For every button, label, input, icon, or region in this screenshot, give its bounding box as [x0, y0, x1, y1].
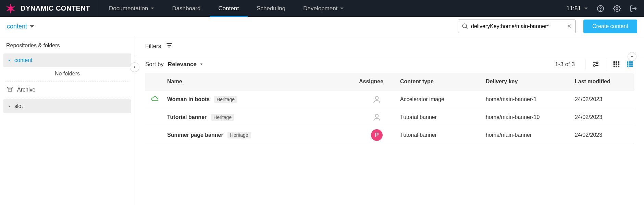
svg-rect-30	[629, 61, 633, 62]
nav-dashboard[interactable]: Dashboard	[163, 0, 209, 17]
filters-label: Filters	[145, 43, 161, 50]
table-row[interactable]: Woman in boots Heritage Accelerator imag…	[145, 91, 634, 108]
col-assignee: Assignee	[356, 79, 397, 85]
help-icon[interactable]	[597, 5, 604, 12]
chevron-down-icon	[30, 25, 34, 28]
cell-last-modified: 24/02/2023	[572, 114, 634, 120]
assignee-placeholder-icon	[372, 94, 382, 105]
logout-icon[interactable]	[630, 5, 637, 12]
sidebar-divider	[5, 98, 129, 98]
cell-last-modified: 24/02/2023	[572, 132, 634, 138]
app-logo-icon	[5, 3, 16, 14]
content-body: Name Assignee Content type Delivery key …	[135, 73, 644, 144]
filters-bar: Filters	[135, 36, 644, 56]
filters-expand-button[interactable]	[628, 52, 636, 61]
svg-rect-32	[629, 63, 633, 64]
filter-icon[interactable]	[166, 42, 173, 50]
search-icon	[461, 23, 468, 31]
tag-chip: Heritage	[211, 114, 234, 121]
top-nav: Documentation Dashboard Content Scheduli…	[97, 0, 352, 17]
svg-point-35	[375, 96, 379, 99]
cell-delivery-key: home/main-banner-10	[483, 114, 572, 120]
nav-development[interactable]: Development	[294, 0, 352, 17]
svg-rect-28	[618, 65, 620, 67]
svg-rect-27	[616, 65, 617, 67]
svg-marker-15	[200, 64, 202, 65]
svg-point-5	[462, 24, 467, 28]
nav-documentation[interactable]: Documentation	[100, 0, 163, 17]
search-input[interactable]	[471, 23, 564, 29]
svg-rect-34	[629, 65, 633, 67]
sidebar-item-content[interactable]: content	[3, 53, 131, 67]
clock[interactable]: 11:51	[566, 5, 588, 12]
col-name: Name	[164, 79, 356, 85]
divider	[606, 60, 606, 69]
sidebar-no-folders: No folders	[3, 67, 131, 80]
svg-rect-12	[167, 43, 172, 44]
tag-chip: Heritage	[227, 132, 251, 138]
svg-rect-33	[627, 65, 628, 67]
nav-documentation-label: Documentation	[109, 5, 148, 12]
svg-point-36	[375, 114, 379, 117]
archive-icon	[7, 86, 13, 94]
gear-icon[interactable]	[613, 5, 621, 12]
search-box[interactable]	[458, 20, 576, 33]
content-table: Name Assignee Content type Delivery key …	[145, 73, 634, 144]
grid-view-icon[interactable]	[612, 60, 620, 69]
svg-point-19	[594, 64, 595, 66]
svg-point-2	[600, 10, 600, 10]
svg-rect-22	[618, 61, 620, 63]
settings-sliders-icon[interactable]	[592, 60, 600, 69]
sidebar-item-archive[interactable]: Archive	[3, 83, 131, 96]
sidebar-divider	[5, 82, 129, 82]
sidebar-item-label: Archive	[17, 87, 35, 93]
cell-last-modified: 24/02/2023	[572, 96, 634, 102]
nav-content-label: Content	[219, 5, 239, 12]
create-content-button[interactable]: Create content	[583, 20, 637, 33]
item-name: Woman in boots	[167, 96, 210, 102]
sort-bar: Sort by Relevance 1-3 of 3	[135, 56, 644, 73]
topbar-right: 11:51	[566, 0, 644, 17]
app-name: DYNAMIC CONTENT	[21, 4, 90, 12]
main-layout: Repositories & folders content No folder…	[0, 36, 644, 205]
logo-block: DYNAMIC CONTENT	[0, 0, 97, 17]
item-name: Tutorial banner	[167, 114, 207, 120]
col-last-modified: Last modified	[572, 79, 634, 85]
chevron-right-icon	[8, 104, 11, 108]
chevron-down-icon	[340, 8, 344, 9]
svg-rect-14	[169, 47, 170, 47]
svg-point-3	[616, 8, 618, 10]
cloud-status-icon	[151, 95, 159, 104]
svg-rect-21	[616, 61, 617, 63]
nav-scheduling-label: Scheduling	[257, 5, 285, 12]
nav-dashboard-label: Dashboard	[172, 5, 200, 12]
sort-dropdown[interactable]: Relevance	[168, 61, 203, 68]
sidebar-item-slot[interactable]: slot	[3, 99, 131, 113]
main-panel: Filters Sort by Relevance 1-3 of 3	[135, 36, 644, 205]
svg-rect-26	[614, 65, 615, 67]
sidebar-item-label: slot	[14, 103, 23, 109]
nav-development-label: Development	[303, 5, 337, 12]
tag-chip: Heritage	[214, 96, 237, 103]
cell-content-type: Tutorial banner	[397, 114, 483, 120]
cell-content-type: Accelerator image	[397, 96, 483, 102]
clear-search-icon[interactable]	[567, 23, 572, 30]
nav-content[interactable]: Content	[210, 0, 248, 17]
table-row[interactable]: Tutorial banner Heritage Tutorial banner…	[145, 108, 634, 126]
assignee-placeholder-icon	[372, 112, 382, 122]
table-row[interactable]: Summer page banner Heritage P Tutorial b…	[145, 126, 634, 144]
subheader: content Create content	[0, 17, 644, 36]
hub-dropdown[interactable]: content	[7, 23, 34, 30]
svg-rect-20	[614, 61, 615, 63]
svg-rect-31	[627, 63, 628, 64]
sort-by-label: Sort by	[145, 61, 164, 68]
list-view-icon[interactable]	[626, 60, 634, 69]
list-controls: 1-3 of 3	[555, 60, 634, 69]
sidebar-title: Repositories & folders	[3, 43, 131, 53]
svg-rect-13	[168, 45, 171, 46]
nav-scheduling[interactable]: Scheduling	[248, 0, 294, 17]
result-count: 1-3 of 3	[555, 61, 575, 68]
svg-rect-23	[614, 63, 615, 65]
chevron-down-icon	[8, 58, 11, 62]
cell-delivery-key: home/main-banner-1	[483, 96, 572, 102]
